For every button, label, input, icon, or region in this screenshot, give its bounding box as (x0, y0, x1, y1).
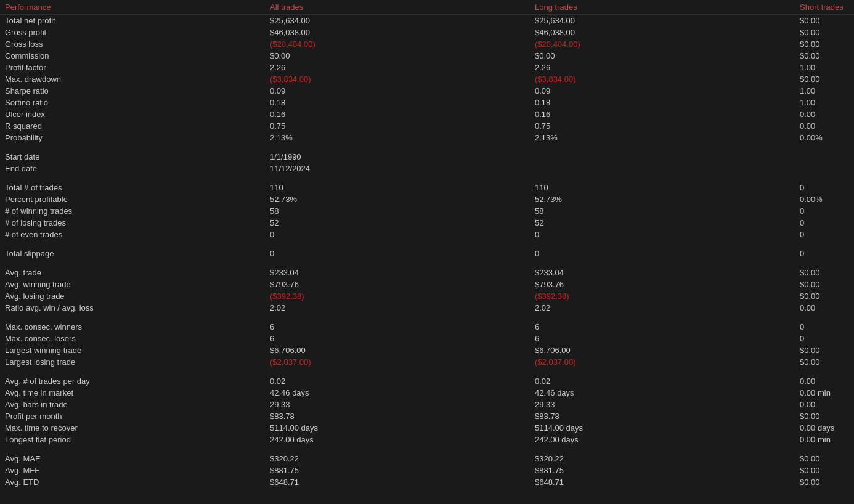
row-label: Total net profit (0, 15, 265, 27)
row-long-value: 2.26 (530, 62, 795, 73)
row-long-value: 0.02 (530, 375, 795, 387)
row-long-value: $793.76 (530, 278, 795, 290)
table-row: # of even trades000 (0, 229, 854, 240)
row-label: R squared (0, 120, 265, 132)
row-short-value: 1.00 (795, 85, 854, 97)
row-all-value: $233.04 (265, 267, 530, 278)
row-all-value: 2.13% (265, 132, 530, 144)
row-label: Total slippage (0, 248, 265, 259)
header-performance: Performance (0, 0, 265, 15)
table-row: Profit factor2.262.261.00 (0, 62, 854, 73)
row-all-value: 0 (265, 229, 530, 240)
row-short-value: 0.00% (795, 193, 854, 205)
row-label: Avg. MAE (0, 453, 265, 465)
row-all-value: 5114.00 days (265, 422, 530, 434)
row-short-value: 0.00 days (795, 422, 854, 434)
row-short-value: 0 (795, 321, 854, 333)
row-label: Gross profit (0, 26, 265, 38)
spacer-row (0, 368, 854, 375)
row-label: Max. drawdown (0, 73, 265, 85)
spacer-row (0, 240, 854, 248)
row-all-value: 52 (265, 217, 530, 229)
row-long-value: 2.02 (530, 302, 795, 314)
row-short-value: 0 (795, 182, 854, 193)
table-row: Total slippage000 (0, 248, 854, 259)
spacer-row (0, 174, 854, 182)
row-label: Avg. # of trades per day (0, 375, 265, 387)
row-all-value: 2.02 (265, 302, 530, 314)
row-short-value: 0.00 min (795, 434, 854, 445)
row-short-value: 0 (795, 333, 854, 344)
table-row: Avg. winning trade$793.76$793.76$0.00 (0, 278, 854, 290)
row-label: Max. consec. losers (0, 333, 265, 344)
row-all-value: 11/12/2024 (265, 163, 530, 174)
row-long-value: ($392.38) (530, 290, 795, 302)
row-long-value (530, 163, 795, 174)
row-label: Avg. MFE (0, 465, 265, 476)
table-row: Longest flat period242.00 days242.00 day… (0, 434, 854, 445)
row-all-value: 110 (265, 182, 530, 193)
row-short-value: 1.00 (795, 62, 854, 73)
table-row: Max. consec. losers660 (0, 333, 854, 344)
row-short-value: 0.00 (795, 108, 854, 120)
table-row: Avg. time in market42.46 days42.46 days0… (0, 387, 854, 399)
row-label: Start date (0, 151, 265, 163)
row-all-value: 6 (265, 321, 530, 333)
row-short-value: $0.00 (795, 50, 854, 62)
row-short-value: $0.00 (795, 26, 854, 38)
row-all-value: 29.33 (265, 399, 530, 410)
row-label: Largest winning trade (0, 344, 265, 356)
row-long-value: 52.73% (530, 193, 795, 205)
row-all-value: ($3,834.00) (265, 73, 530, 85)
row-short-value: $0.00 (795, 267, 854, 278)
row-long-value: ($20,404.00) (530, 38, 795, 50)
spacer-row (0, 445, 854, 453)
table-row: Profit per month$83.78$83.78$0.00 (0, 410, 854, 422)
row-short-value: 0 (795, 229, 854, 240)
row-long-value: 52 (530, 217, 795, 229)
table-row: Avg. losing trade($392.38)($392.38)$0.00 (0, 290, 854, 302)
row-all-value: 58 (265, 205, 530, 217)
row-label: Sharpe ratio (0, 85, 265, 97)
table-row: Commission$0.00$0.00$0.00 (0, 50, 854, 62)
spacer-row (0, 259, 854, 267)
row-short-value: 0.00 min (795, 387, 854, 399)
row-long-value: 29.33 (530, 399, 795, 410)
table-row: Percent profitable52.73%52.73%0.00% (0, 193, 854, 205)
row-all-value: ($2,037.00) (265, 356, 530, 368)
row-short-value: $0.00 (795, 476, 854, 488)
table-row: R squared0.750.750.00 (0, 120, 854, 132)
row-long-value: $46,038.00 (530, 26, 795, 38)
row-short-value: 0.00 (795, 375, 854, 387)
row-long-value: $233.04 (530, 267, 795, 278)
header-long-trades: Long trades (530, 0, 795, 15)
table-row: Gross profit$46,038.00$46,038.00$0.00 (0, 26, 854, 38)
table-row: End date11/12/2024 (0, 163, 854, 174)
table-row: Start date1/1/1990 (0, 151, 854, 163)
row-all-value: 0.18 (265, 97, 530, 108)
row-label: Profit factor (0, 62, 265, 73)
row-short-value (795, 163, 854, 174)
row-long-value: 242.00 days (530, 434, 795, 445)
table-row: Gross loss($20,404.00)($20,404.00)$0.00 (0, 38, 854, 50)
row-long-value: ($2,037.00) (530, 356, 795, 368)
table-row: Avg. ETD$648.71$648.71$0.00 (0, 476, 854, 488)
spacer-row (0, 314, 854, 321)
table-row: Avg. MFE$881.75$881.75$0.00 (0, 465, 854, 476)
row-all-value: $793.76 (265, 278, 530, 290)
table-row: Sortino ratio0.180.181.00 (0, 97, 854, 108)
row-label: # of losing trades (0, 217, 265, 229)
row-all-value: $6,706.00 (265, 344, 530, 356)
row-label: Avg. bars in trade (0, 399, 265, 410)
row-all-value: 242.00 days (265, 434, 530, 445)
row-all-value: $83.78 (265, 410, 530, 422)
row-label: Sortino ratio (0, 97, 265, 108)
row-long-value: $25,634.00 (530, 15, 795, 27)
row-long-value: 110 (530, 182, 795, 193)
table-row: Ratio avg. win / avg. loss2.022.020.00 (0, 302, 854, 314)
row-all-value: $0.00 (265, 50, 530, 62)
table-row: Max. consec. winners660 (0, 321, 854, 333)
table-row: Max. drawdown($3,834.00)($3,834.00)$0.00 (0, 73, 854, 85)
row-long-value: $6,706.00 (530, 344, 795, 356)
row-long-value: $83.78 (530, 410, 795, 422)
